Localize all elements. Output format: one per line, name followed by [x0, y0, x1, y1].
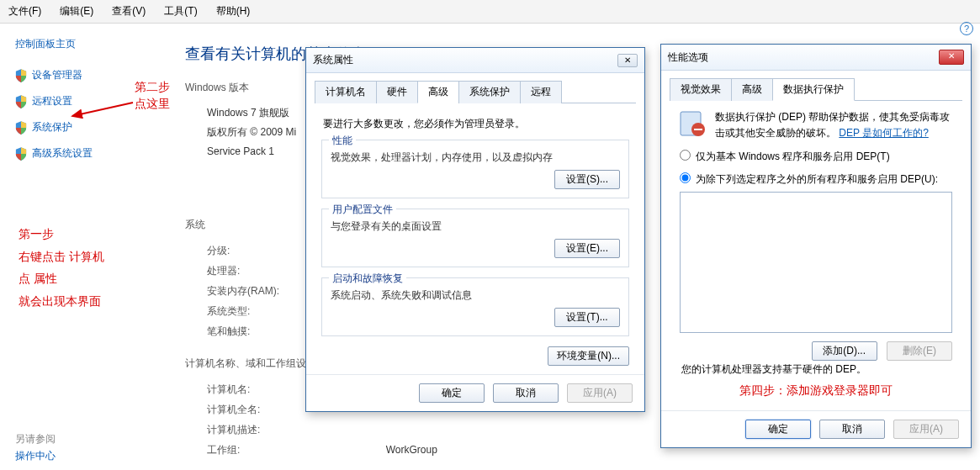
user-profiles-settings-button[interactable]: 设置(E)... [554, 239, 620, 258]
radio-input[interactable] [680, 172, 691, 183]
cancel-button[interactable]: 取消 [819, 420, 885, 439]
sidebar-item-label: 远程设置 [32, 94, 72, 108]
apply-button[interactable]: 应用(A) [567, 383, 633, 403]
sidebar-item-label: 设备管理器 [32, 68, 82, 82]
menu-view[interactable]: 查看(V) [109, 3, 149, 20]
performance-settings-button[interactable]: 设置(S)... [554, 170, 620, 189]
tab-hardware[interactable]: 硬件 [376, 81, 418, 103]
dialog-titlebar: 性能选项 ✕ [661, 45, 971, 71]
dep-description: 数据执行保护 (DEP) 帮助保护数据，使其免受病毒攻击或其他安全威胁的破坏。 … [715, 109, 956, 141]
action-center-link[interactable]: 操作中心 [15, 449, 56, 463]
tabstrip: 视觉效果 高级 数据执行保护 [670, 77, 962, 101]
dep-shield-icon [678, 109, 707, 138]
performance-options-dialog: 性能选项 ✕ 视觉效果 高级 数据执行保护 数据执行保护 (DEP) 帮助保护数… [660, 44, 972, 448]
system-properties-dialog: 系统属性 ✕ 计算机名 硬件 高级 系统保护 远程 要进行大多数更改，您必须作为… [305, 47, 645, 412]
startup-recovery-title: 启动和故障恢复 [329, 272, 406, 286]
dep-radio-essential[interactable]: 仅为基本 Windows 程序和服务启用 DEP(T) [680, 150, 956, 164]
tab-advanced[interactable]: 高级 [417, 81, 459, 103]
shield-icon [15, 69, 27, 82]
tab-remote[interactable]: 远程 [520, 81, 562, 103]
user-profiles-desc: 与您登录有关的桌面设置 [331, 219, 620, 234]
sidebar-remote-settings[interactable]: 远程设置 [15, 94, 153, 108]
menu-help[interactable]: 帮助(H) [213, 3, 254, 20]
user-profiles-group: 用户配置文件 与您登录有关的桌面设置 设置(E)... [321, 209, 629, 267]
annotation-step4: 第四步：添加游戏登录器即可 [676, 383, 956, 399]
menu-bar: 文件(F) 编辑(E) 查看(V) 工具(T) 帮助(H) [0, 0, 980, 24]
performance-group-title: 性能 [329, 134, 356, 148]
dialog-titlebar: 系统属性 ✕ [306, 48, 644, 73]
dep-radio-all-except[interactable]: 为除下列选定程序之外的所有程序和服务启用 DEP(U): [680, 172, 956, 187]
tab-visual-effects[interactable]: 视觉效果 [670, 78, 732, 101]
close-button[interactable]: ✕ [939, 50, 964, 65]
add-button[interactable]: 添加(D)... [812, 341, 877, 361]
tab-system-protection[interactable]: 系统保护 [458, 81, 521, 103]
radio-input[interactable] [680, 150, 691, 161]
see-also-label: 另请参阅 [15, 432, 56, 446]
program-exception-list[interactable] [680, 192, 952, 333]
ok-button[interactable]: 确定 [419, 383, 485, 403]
tabstrip: 计算机名 硬件 高级 系统保护 远程 [315, 80, 636, 103]
close-button[interactable]: ✕ [617, 54, 638, 67]
dep-help-link[interactable]: DEP 是如何工作的? [839, 127, 928, 139]
sidebar-item-label: 高级系统设置 [32, 146, 93, 161]
svg-rect-5 [694, 129, 702, 130]
sidebar-device-manager[interactable]: 设备管理器 [15, 68, 153, 82]
user-profiles-title: 用户配置文件 [329, 203, 396, 217]
workgroup-label: 工作组: [207, 444, 240, 456]
dialog-title-text: 性能选项 [668, 50, 708, 65]
ok-button[interactable]: 确定 [745, 420, 811, 439]
environment-variables-button[interactable]: 环境变量(N)... [548, 346, 629, 366]
remove-button[interactable]: 删除(E) [887, 341, 952, 361]
startup-recovery-desc: 系统启动、系统失败和调试信息 [331, 288, 620, 303]
menu-file[interactable]: 文件(F) [5, 3, 45, 20]
startup-recovery-group: 启动和故障恢复 系统启动、系统失败和调试信息 设置(T)... [321, 277, 629, 336]
tab-advanced[interactable]: 高级 [731, 78, 773, 101]
sidebar-item-label: 系统保护 [32, 120, 72, 135]
sidebar-system-protection[interactable]: 系统保护 [15, 120, 153, 135]
tab-dep[interactable]: 数据执行保护 [772, 78, 855, 101]
cancel-button[interactable]: 取消 [493, 383, 559, 403]
dep-hardware-note: 您的计算机处理器支持基于硬件的 DEP。 [681, 362, 951, 377]
startup-settings-button[interactable]: 设置(T)... [554, 308, 620, 327]
shield-icon [15, 95, 27, 108]
performance-group: 性能 视觉效果，处理器计划，内存使用，以及虚拟内存 设置(S)... [321, 140, 629, 198]
shield-icon [15, 147, 27, 161]
control-panel-home-link[interactable]: 控制面板主页 [15, 37, 153, 51]
menu-tools[interactable]: 工具(T) [161, 3, 200, 20]
shield-icon [15, 121, 27, 135]
admin-note: 要进行大多数更改，您必须作为管理员登录。 [323, 117, 629, 131]
workgroup-value: WorkGroup [386, 444, 437, 456]
annotation-step2: 第二步 点这里 [135, 79, 170, 112]
dialog-title-text: 系统属性 [313, 53, 353, 67]
menu-edit[interactable]: 编辑(E) [56, 3, 97, 20]
tab-computer-name[interactable]: 计算机名 [315, 81, 377, 103]
performance-desc: 视觉效果，处理器计划，内存使用，以及虚拟内存 [331, 151, 620, 165]
annotation-step1: 第一步 右键点击 计算机 点 属性 就会出现本界面 [19, 223, 104, 312]
apply-button[interactable]: 应用(A) [893, 420, 959, 439]
sidebar-advanced-system[interactable]: 高级系统设置 [15, 146, 153, 161]
